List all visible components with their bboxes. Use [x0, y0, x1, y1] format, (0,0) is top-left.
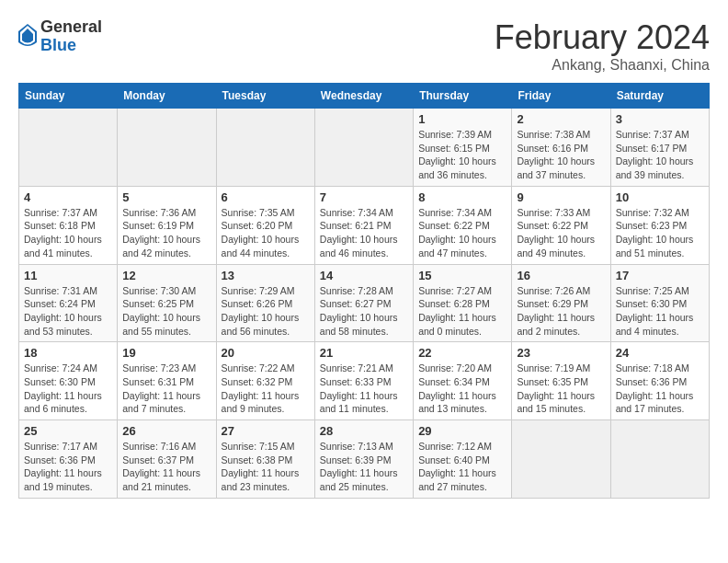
- calendar-cell: 4Sunrise: 7:37 AM Sunset: 6:18 PM Daylig…: [19, 186, 118, 264]
- day-info: Sunrise: 7:28 AM Sunset: 6:27 PM Dayligh…: [320, 284, 408, 339]
- weekday-header-friday: Friday: [512, 84, 610, 109]
- logo-blue-text: Blue: [40, 37, 102, 55]
- day-number: 3: [616, 112, 704, 126]
- calendar-cell: 23Sunrise: 7:19 AM Sunset: 6:35 PM Dayli…: [512, 342, 610, 420]
- day-info: Sunrise: 7:20 AM Sunset: 6:34 PM Dayligh…: [418, 362, 506, 416]
- day-number: 25: [24, 424, 112, 438]
- calendar-cell: [610, 420, 709, 499]
- day-number: 24: [616, 346, 704, 360]
- day-number: 12: [122, 269, 210, 282]
- calendar-week-row: 4Sunrise: 7:37 AM Sunset: 6:18 PM Daylig…: [19, 186, 710, 264]
- calendar-week-row: 11Sunrise: 7:31 AM Sunset: 6:24 PM Dayli…: [19, 264, 710, 342]
- calendar-cell: 13Sunrise: 7:29 AM Sunset: 6:26 PM Dayli…: [216, 264, 314, 342]
- day-info: Sunrise: 7:31 AM Sunset: 6:24 PM Dayligh…: [24, 284, 112, 339]
- calendar-cell: [314, 109, 413, 187]
- day-number: 10: [616, 190, 704, 204]
- weekday-header-tuesday: Tuesday: [216, 84, 314, 109]
- calendar-table: SundayMondayTuesdayWednesdayThursdayFrid…: [18, 83, 710, 499]
- calendar-cell: 16Sunrise: 7:26 AM Sunset: 6:29 PM Dayli…: [512, 264, 610, 342]
- calendar-cell: 26Sunrise: 7:16 AM Sunset: 6:37 PM Dayli…: [118, 420, 216, 499]
- day-info: Sunrise: 7:30 AM Sunset: 6:25 PM Dayligh…: [122, 284, 210, 339]
- day-info: Sunrise: 7:21 AM Sunset: 6:33 PM Dayligh…: [320, 362, 408, 416]
- day-info: Sunrise: 7:37 AM Sunset: 6:18 PM Dayligh…: [24, 206, 112, 260]
- calendar-week-row: 25Sunrise: 7:17 AM Sunset: 6:36 PM Dayli…: [19, 420, 710, 499]
- header: General Blue February 2024 Ankang, Shaan…: [18, 18, 710, 74]
- day-info: Sunrise: 7:26 AM Sunset: 6:29 PM Dayligh…: [517, 284, 605, 339]
- calendar-cell: 21Sunrise: 7:21 AM Sunset: 6:33 PM Dayli…: [314, 342, 413, 420]
- weekday-header-sunday: Sunday: [19, 84, 118, 109]
- calendar-subtitle: Ankang, Shaanxi, China: [495, 57, 710, 74]
- weekday-header-monday: Monday: [118, 84, 216, 109]
- day-number: 23: [517, 346, 605, 360]
- calendar-cell: 12Sunrise: 7:30 AM Sunset: 6:25 PM Dayli…: [118, 264, 216, 342]
- day-number: 9: [517, 190, 605, 204]
- calendar-cell: 14Sunrise: 7:28 AM Sunset: 6:27 PM Dayli…: [314, 264, 413, 342]
- calendar-cell: 29Sunrise: 7:12 AM Sunset: 6:40 PM Dayli…: [414, 420, 512, 499]
- day-number: 20: [222, 346, 310, 360]
- calendar-cell: 8Sunrise: 7:34 AM Sunset: 6:22 PM Daylig…: [414, 186, 512, 264]
- calendar-cell: 15Sunrise: 7:27 AM Sunset: 6:28 PM Dayli…: [414, 264, 512, 342]
- day-info: Sunrise: 7:36 AM Sunset: 6:19 PM Dayligh…: [122, 206, 210, 260]
- day-info: Sunrise: 7:25 AM Sunset: 6:30 PM Dayligh…: [616, 284, 704, 339]
- day-info: Sunrise: 7:16 AM Sunset: 6:37 PM Dayligh…: [122, 440, 210, 494]
- day-number: 4: [24, 190, 112, 204]
- title-area: February 2024 Ankang, Shaanxi, China: [495, 18, 710, 74]
- day-number: 13: [222, 269, 310, 282]
- calendar-header: SundayMondayTuesdayWednesdayThursdayFrid…: [19, 84, 710, 109]
- calendar-cell: 17Sunrise: 7:25 AM Sunset: 6:30 PM Dayli…: [610, 264, 709, 342]
- day-info: Sunrise: 7:34 AM Sunset: 6:22 PM Dayligh…: [418, 206, 506, 260]
- day-number: 28: [320, 424, 408, 438]
- day-info: Sunrise: 7:23 AM Sunset: 6:31 PM Dayligh…: [122, 362, 210, 416]
- logo-icon: [18, 24, 37, 50]
- day-number: 5: [122, 190, 210, 204]
- day-info: Sunrise: 7:15 AM Sunset: 6:38 PM Dayligh…: [222, 440, 310, 494]
- day-number: 26: [122, 424, 210, 438]
- day-number: 16: [517, 269, 605, 282]
- day-info: Sunrise: 7:17 AM Sunset: 6:36 PM Dayligh…: [24, 440, 112, 494]
- day-info: Sunrise: 7:32 AM Sunset: 6:23 PM Dayligh…: [616, 206, 704, 260]
- day-info: Sunrise: 7:27 AM Sunset: 6:28 PM Dayligh…: [418, 284, 506, 339]
- calendar-body: 1Sunrise: 7:39 AM Sunset: 6:15 PM Daylig…: [19, 109, 710, 499]
- calendar-cell: [118, 109, 216, 187]
- calendar-cell: 24Sunrise: 7:18 AM Sunset: 6:36 PM Dayli…: [610, 342, 709, 420]
- day-info: Sunrise: 7:24 AM Sunset: 6:30 PM Dayligh…: [24, 362, 112, 416]
- calendar-cell: 9Sunrise: 7:33 AM Sunset: 6:22 PM Daylig…: [512, 186, 610, 264]
- day-number: 21: [320, 346, 408, 360]
- day-info: Sunrise: 7:12 AM Sunset: 6:40 PM Dayligh…: [418, 440, 506, 494]
- weekday-row: SundayMondayTuesdayWednesdayThursdayFrid…: [19, 84, 710, 109]
- day-number: 6: [222, 190, 310, 204]
- weekday-header-thursday: Thursday: [414, 84, 512, 109]
- day-number: 19: [122, 346, 210, 360]
- day-info: Sunrise: 7:22 AM Sunset: 6:32 PM Dayligh…: [222, 362, 310, 416]
- logo: General Blue: [18, 18, 102, 55]
- day-number: 11: [24, 269, 112, 282]
- calendar-cell: 5Sunrise: 7:36 AM Sunset: 6:19 PM Daylig…: [118, 186, 216, 264]
- day-info: Sunrise: 7:38 AM Sunset: 6:16 PM Dayligh…: [517, 128, 605, 182]
- calendar-cell: [19, 109, 118, 187]
- calendar-cell: 1Sunrise: 7:39 AM Sunset: 6:15 PM Daylig…: [414, 109, 512, 187]
- calendar-cell: 18Sunrise: 7:24 AM Sunset: 6:30 PM Dayli…: [19, 342, 118, 420]
- day-info: Sunrise: 7:34 AM Sunset: 6:21 PM Dayligh…: [320, 206, 408, 260]
- day-info: Sunrise: 7:29 AM Sunset: 6:26 PM Dayligh…: [222, 284, 310, 339]
- day-info: Sunrise: 7:19 AM Sunset: 6:35 PM Dayligh…: [517, 362, 605, 416]
- day-number: 8: [418, 190, 506, 204]
- weekday-header-saturday: Saturday: [610, 84, 709, 109]
- calendar-cell: 25Sunrise: 7:17 AM Sunset: 6:36 PM Dayli…: [19, 420, 118, 499]
- day-info: Sunrise: 7:18 AM Sunset: 6:36 PM Dayligh…: [616, 362, 704, 416]
- calendar-cell: 20Sunrise: 7:22 AM Sunset: 6:32 PM Dayli…: [216, 342, 314, 420]
- day-number: 27: [222, 424, 310, 438]
- calendar-cell: 7Sunrise: 7:34 AM Sunset: 6:21 PM Daylig…: [314, 186, 413, 264]
- calendar-cell: 19Sunrise: 7:23 AM Sunset: 6:31 PM Dayli…: [118, 342, 216, 420]
- calendar-cell: 6Sunrise: 7:35 AM Sunset: 6:20 PM Daylig…: [216, 186, 314, 264]
- calendar-cell: 3Sunrise: 7:37 AM Sunset: 6:17 PM Daylig…: [610, 109, 709, 187]
- calendar-cell: 22Sunrise: 7:20 AM Sunset: 6:34 PM Dayli…: [414, 342, 512, 420]
- day-number: 17: [616, 269, 704, 282]
- calendar-cell: [216, 109, 314, 187]
- day-info: Sunrise: 7:39 AM Sunset: 6:15 PM Dayligh…: [418, 128, 506, 182]
- day-number: 22: [418, 346, 506, 360]
- day-info: Sunrise: 7:35 AM Sunset: 6:20 PM Dayligh…: [222, 206, 310, 260]
- day-number: 15: [418, 269, 506, 282]
- logo-general-text: General: [40, 18, 102, 37]
- day-number: 14: [320, 269, 408, 282]
- calendar-cell: 2Sunrise: 7:38 AM Sunset: 6:16 PM Daylig…: [512, 109, 610, 187]
